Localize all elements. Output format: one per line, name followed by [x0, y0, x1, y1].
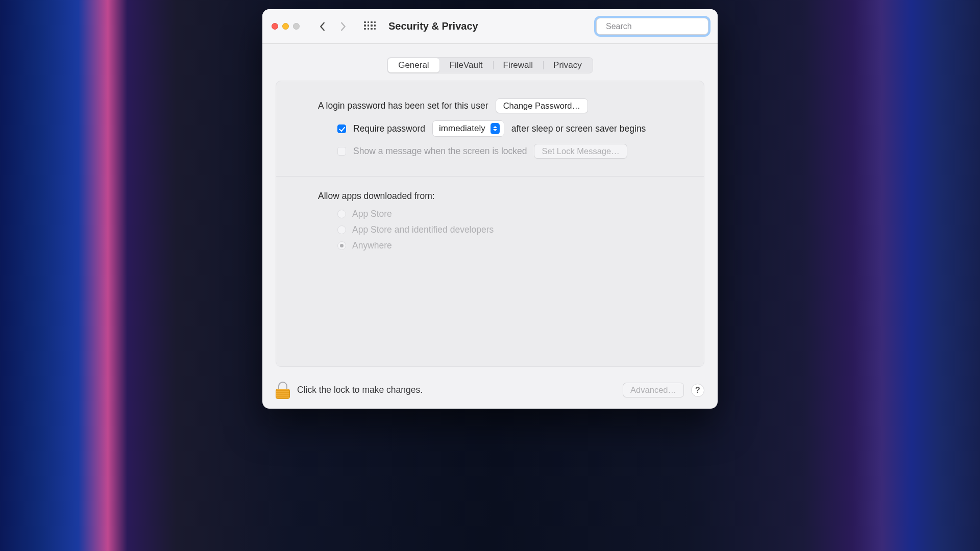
allow-app-store-label: App Store: [352, 209, 392, 219]
login-password-text: A login password has been set for this u…: [318, 101, 488, 111]
help-button[interactable]: ?: [691, 384, 704, 397]
nav-arrows: [317, 21, 349, 32]
stepper-icon: [491, 123, 500, 134]
window-title: Security & Privacy: [388, 20, 478, 32]
search-input[interactable]: [606, 22, 708, 31]
allow-identified-radio: [337, 226, 346, 234]
preferences-window: Security & Privacy General FileVault Fir…: [262, 9, 718, 409]
content: General FileVault Firewall Privacy A log…: [262, 44, 718, 409]
back-button[interactable]: [317, 21, 328, 32]
search-field[interactable]: [596, 18, 708, 35]
tab-general[interactable]: General: [388, 58, 439, 72]
allow-identified-label: App Store and identified developers: [352, 224, 494, 235]
divider: [276, 176, 704, 177]
require-password-suffix: after sleep or screen saver begins: [511, 123, 646, 134]
lock-hint-text: Click the lock to make changes.: [297, 385, 423, 395]
change-password-button[interactable]: Change Password…: [496, 98, 588, 113]
allow-anywhere-radio: [337, 241, 346, 250]
zoom-window-button: [293, 23, 300, 30]
tab-filevault[interactable]: FileVault: [439, 58, 493, 72]
forward-button: [337, 21, 349, 32]
advanced-button[interactable]: Advanced…: [623, 383, 684, 397]
general-panel: A login password has been set for this u…: [276, 81, 704, 367]
close-window-button[interactable]: [272, 23, 278, 30]
show-all-icon[interactable]: [364, 21, 374, 32]
footer: Click the lock to make changes. Advanced…: [262, 376, 718, 409]
minimize-window-button[interactable]: [282, 23, 289, 30]
tab-firewall[interactable]: Firewall: [493, 58, 544, 72]
traffic-lights: [272, 23, 300, 30]
allow-anywhere-label: Anywhere: [352, 240, 392, 251]
set-lock-message-button: Set Lock Message…: [534, 144, 627, 159]
require-password-prefix: Require password: [353, 123, 425, 134]
lock-icon[interactable]: [276, 382, 290, 399]
titlebar: Security & Privacy: [262, 9, 718, 44]
show-lock-message-checkbox: [337, 147, 346, 156]
require-password-delay-select[interactable]: immediately: [432, 120, 504, 137]
allow-apps-title: Allow apps downloaded from:: [318, 191, 679, 202]
show-lock-message-label: Show a message when the screen is locked: [353, 146, 527, 157]
allow-apps-radio-group: App Store App Store and identified devel…: [337, 209, 679, 251]
tab-bar: General FileVault Firewall Privacy: [387, 57, 593, 73]
require-password-checkbox[interactable]: [337, 124, 346, 133]
allow-app-store-radio: [337, 210, 346, 218]
require-password-delay-value: immediately: [439, 123, 485, 134]
tab-privacy[interactable]: Privacy: [543, 58, 592, 72]
